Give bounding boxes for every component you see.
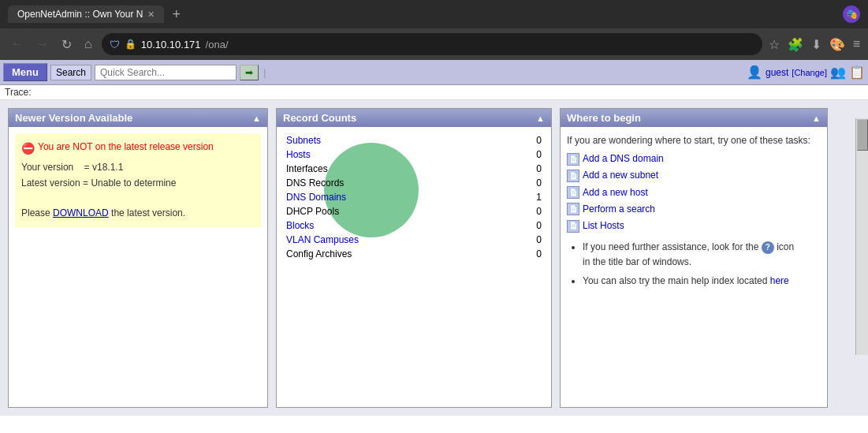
table-row: Interfaces0 xyxy=(283,162,545,176)
version-info-box: ⛔ You are NOT on the latest release vers… xyxy=(15,133,261,227)
newer-version-panel: Newer Version Available ▲ ⛔ You are NOT … xyxy=(8,108,268,408)
record-label: DHCP Pools xyxy=(283,204,498,218)
user-help-icon[interactable]: 📋 xyxy=(849,65,865,80)
record-counts-header: Record Counts ▲ xyxy=(277,109,551,127)
task-icon: 📄 xyxy=(567,203,579,215)
record-count: 0 xyxy=(498,176,545,190)
task-link[interactable]: Add a new subnet xyxy=(583,168,658,183)
back-btn[interactable]: ← xyxy=(8,34,27,54)
latest-version-label: Latest version xyxy=(21,177,80,189)
address-bar[interactable]: 🛡 🔒 10.10.10.171/ona/ xyxy=(102,33,762,55)
tab-close-btn[interactable]: ✕ xyxy=(147,9,155,20)
your-version-line: Your version = v18.1.1 xyxy=(21,160,255,175)
record-counts-collapse[interactable]: ▲ xyxy=(536,114,545,123)
download-icon: ⬇ xyxy=(811,37,821,52)
version-error-msg: ⛔ You are NOT on the latest release vers… xyxy=(21,140,255,157)
task-link[interactable]: List Hosts xyxy=(583,218,624,233)
your-version-value: = v18.1.1 xyxy=(84,162,124,173)
record-table: Subnets0Hosts0Interfaces0DNS Records0DNS… xyxy=(283,133,545,261)
error-icon: ⛔ xyxy=(21,140,35,157)
task-link[interactable]: Add a DNS domain xyxy=(583,151,664,166)
task-icon: 📄 xyxy=(567,170,579,182)
url-domain: 10.10.10.171 xyxy=(141,39,201,50)
assistance-text: If you need further assistance, look for… xyxy=(583,241,794,252)
separator: | xyxy=(263,66,266,78)
where-to-begin-body: If you are wondering where to start, try… xyxy=(561,127,827,298)
record-count: 0 xyxy=(498,133,545,147)
app-menubar: Menu Search ➡ | 👤 guest [Change] 👥 📋 xyxy=(0,60,868,85)
where-to-begin-title: Where to begin xyxy=(567,112,641,124)
record-label: DNS Records xyxy=(283,176,498,190)
search-input[interactable] xyxy=(95,65,237,80)
user-name-link[interactable]: guest xyxy=(766,67,788,78)
record-counts-title: Record Counts xyxy=(283,112,356,124)
change-user-link[interactable]: [Change] xyxy=(792,68,827,77)
record-count: 1 xyxy=(498,190,545,204)
browser-profile[interactable]: 🎭 xyxy=(843,6,860,23)
main-content: Newer Version Available ▲ ⛔ You are NOT … xyxy=(0,100,868,416)
table-row: DNS Domains1 xyxy=(283,190,545,204)
table-row: Hosts0 xyxy=(283,147,545,162)
assistance-item-1: If you need further assistance, look for… xyxy=(583,240,821,270)
main-help-text: You can also try the main help index loc… xyxy=(583,275,767,286)
task-item: 📄Add a DNS domain xyxy=(567,151,821,166)
nav-icons: ☆ 🧩 ⬇ 🎨 ≡ xyxy=(769,37,860,52)
record-count: 0 xyxy=(498,162,545,176)
download-line: Please DOWNLOAD the latest version. xyxy=(21,206,255,221)
latest-version-line: Latest version = Unable to determine xyxy=(21,176,255,191)
record-count: 0 xyxy=(498,147,545,162)
download-suffix: the latest version. xyxy=(111,207,185,218)
table-row: Config Archives0 xyxy=(283,247,545,261)
record-count: 0 xyxy=(498,204,545,218)
task-item: 📄Perform a search xyxy=(567,202,821,217)
newer-version-header: Newer Version Available ▲ xyxy=(9,109,267,127)
record-link[interactable]: VLAN Campuses xyxy=(286,234,359,245)
menu-button[interactable]: Menu xyxy=(3,63,47,81)
where-to-begin-header: Where to begin ▲ xyxy=(561,109,827,127)
refresh-btn[interactable]: ↻ xyxy=(58,34,75,55)
task-list: 📄Add a DNS domain📄Add a new subnet📄Add a… xyxy=(567,151,821,233)
assistance-item-2: You can also try the main help index loc… xyxy=(583,274,821,289)
user-avatar-icon: 👤 xyxy=(747,65,762,80)
search-go-btn[interactable]: ➡ xyxy=(240,65,259,80)
title-bar-text: in the title bar of windows. xyxy=(583,256,691,267)
task-icon: 📄 xyxy=(567,186,579,199)
extensions-icon: 🧩 xyxy=(788,37,803,52)
where-to-begin-collapse[interactable]: ▲ xyxy=(812,114,821,123)
help-icon: ? xyxy=(762,241,774,254)
task-icon: 📄 xyxy=(567,153,579,166)
here-link[interactable]: here xyxy=(770,275,789,286)
forward-btn[interactable]: → xyxy=(33,34,52,54)
new-tab-btn[interactable]: + xyxy=(167,6,185,23)
record-link[interactable]: Subnets xyxy=(286,135,321,146)
bookmark-icon[interactable]: ☆ xyxy=(769,37,780,52)
scrollbar[interactable] xyxy=(855,118,868,355)
record-counts-body: Subnets0Hosts0Interfaces0DNS Records0DNS… xyxy=(277,127,551,267)
browser-menu-icon[interactable]: ≡ xyxy=(853,37,860,51)
home-btn[interactable]: ⌂ xyxy=(81,34,95,54)
task-icon: 📄 xyxy=(567,220,579,233)
record-link[interactable]: Blocks xyxy=(286,220,314,231)
search-label-btn[interactable]: Search xyxy=(50,65,91,80)
tab-title: OpenNetAdmin :: Own Your N xyxy=(17,9,143,20)
user-settings-icon[interactable]: 👥 xyxy=(830,65,846,80)
tab-bar: OpenNetAdmin :: Own Your N ✕ + xyxy=(8,6,836,23)
table-row: DNS Records0 xyxy=(283,176,545,190)
browser-titlebar: OpenNetAdmin :: Own Your N ✕ + 🎭 xyxy=(0,0,868,28)
record-label: Interfaces xyxy=(283,162,498,176)
your-version-label: Your version xyxy=(21,162,73,173)
record-label: Config Archives xyxy=(283,247,498,261)
task-link[interactable]: Perform a search xyxy=(583,202,655,217)
task-link[interactable]: Add a new host xyxy=(583,185,648,200)
download-link[interactable]: DOWNLOAD xyxy=(53,207,109,218)
assistance-list: If you need further assistance, look for… xyxy=(583,240,821,289)
record-link[interactable]: DNS Domains xyxy=(286,192,346,203)
newer-version-collapse[interactable]: ▲ xyxy=(252,114,261,123)
active-tab[interactable]: OpenNetAdmin :: Own Your N ✕ xyxy=(8,6,164,23)
lock-icon: 🔒 xyxy=(125,39,136,50)
record-link[interactable]: Hosts xyxy=(286,149,311,160)
scrollbar-thumb[interactable] xyxy=(857,119,868,151)
user-section: 👤 guest [Change] 👥 📋 xyxy=(747,65,865,80)
task-item: 📄Add a new subnet xyxy=(567,168,821,183)
record-counts-panel: Record Counts ▲ Subnets0Hosts0Interfaces… xyxy=(276,108,552,408)
